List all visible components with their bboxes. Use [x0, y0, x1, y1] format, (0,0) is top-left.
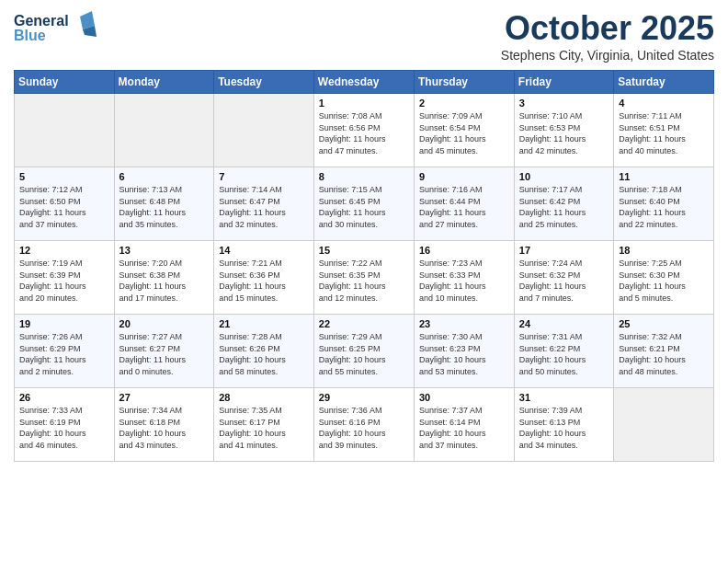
day-number: 27	[119, 392, 210, 403]
calendar-week-row: 1Sunrise: 7:08 AM Sunset: 6:56 PM Daylig…	[15, 94, 714, 167]
calendar-week-row: 5Sunrise: 7:12 AM Sunset: 6:50 PM Daylig…	[15, 167, 714, 241]
calendar-day-cell: 19Sunrise: 7:26 AM Sunset: 6:29 PM Dayli…	[15, 315, 115, 388]
location: Stephens City, Virginia, United States	[501, 48, 714, 63]
calendar-day-cell: 23Sunrise: 7:30 AM Sunset: 6:23 PM Dayli…	[414, 315, 514, 388]
calendar-day-cell: 20Sunrise: 7:27 AM Sunset: 6:27 PM Dayli…	[114, 315, 214, 388]
day-number: 11	[619, 171, 709, 182]
calendar-week-row: 26Sunrise: 7:33 AM Sunset: 6:19 PM Dayli…	[15, 388, 714, 462]
day-number: 24	[519, 318, 609, 329]
day-info: Sunrise: 7:08 AM Sunset: 6:56 PM Dayligh…	[319, 110, 409, 156]
header-saturday: Saturday	[614, 71, 714, 94]
day-info: Sunrise: 7:20 AM Sunset: 6:38 PM Dayligh…	[119, 258, 210, 304]
day-info: Sunrise: 7:29 AM Sunset: 6:25 PM Dayligh…	[319, 331, 409, 377]
calendar-day-cell: 1Sunrise: 7:08 AM Sunset: 6:56 PM Daylig…	[313, 94, 414, 167]
calendar-day-cell: 17Sunrise: 7:24 AM Sunset: 6:32 PM Dayli…	[514, 241, 613, 315]
calendar-header-row: Sunday Monday Tuesday Wednesday Thursday…	[15, 71, 714, 94]
calendar-day-cell: 26Sunrise: 7:33 AM Sunset: 6:19 PM Dayli…	[15, 388, 115, 462]
day-info: Sunrise: 7:26 AM Sunset: 6:29 PM Dayligh…	[19, 331, 109, 377]
day-number: 8	[319, 171, 409, 182]
day-number: 20	[119, 318, 210, 329]
day-info: Sunrise: 7:15 AM Sunset: 6:45 PM Dayligh…	[319, 184, 409, 230]
calendar-day-cell: 31Sunrise: 7:39 AM Sunset: 6:13 PM Dayli…	[514, 388, 613, 462]
day-info: Sunrise: 7:23 AM Sunset: 6:33 PM Dayligh…	[419, 258, 509, 304]
day-info: Sunrise: 7:11 AM Sunset: 6:51 PM Dayligh…	[619, 110, 709, 156]
calendar-day-cell: 30Sunrise: 7:37 AM Sunset: 6:14 PM Dayli…	[414, 388, 514, 462]
day-info: Sunrise: 7:36 AM Sunset: 6:16 PM Dayligh…	[319, 405, 409, 451]
calendar-week-row: 19Sunrise: 7:26 AM Sunset: 6:29 PM Dayli…	[15, 315, 714, 388]
day-number: 3	[519, 98, 609, 109]
calendar-day-cell: 8Sunrise: 7:15 AM Sunset: 6:45 PM Daylig…	[313, 167, 414, 241]
calendar-day-cell: 3Sunrise: 7:10 AM Sunset: 6:53 PM Daylig…	[514, 94, 613, 167]
page-container: General Blue October 2025 Stephens City,…	[0, 0, 728, 471]
calendar-day-cell: 9Sunrise: 7:16 AM Sunset: 6:44 PM Daylig…	[414, 167, 514, 241]
day-number: 23	[419, 318, 509, 329]
logo: General Blue	[14, 9, 97, 46]
calendar-week-row: 12Sunrise: 7:19 AM Sunset: 6:39 PM Dayli…	[15, 241, 714, 315]
day-info: Sunrise: 7:32 AM Sunset: 6:21 PM Dayligh…	[619, 331, 709, 377]
day-info: Sunrise: 7:28 AM Sunset: 6:26 PM Dayligh…	[219, 331, 309, 377]
day-number: 15	[319, 245, 409, 256]
calendar-day-cell: 28Sunrise: 7:35 AM Sunset: 6:17 PM Dayli…	[214, 388, 314, 462]
calendar-day-cell: 5Sunrise: 7:12 AM Sunset: 6:50 PM Daylig…	[15, 167, 115, 241]
calendar-day-cell: 15Sunrise: 7:22 AM Sunset: 6:35 PM Dayli…	[313, 241, 414, 315]
calendar-day-cell: 6Sunrise: 7:13 AM Sunset: 6:48 PM Daylig…	[114, 167, 214, 241]
header: General Blue October 2025 Stephens City,…	[14, 9, 714, 63]
day-info: Sunrise: 7:17 AM Sunset: 6:42 PM Dayligh…	[519, 184, 609, 230]
day-info: Sunrise: 7:14 AM Sunset: 6:47 PM Dayligh…	[219, 184, 309, 230]
calendar-day-cell: 12Sunrise: 7:19 AM Sunset: 6:39 PM Dayli…	[15, 241, 115, 315]
calendar-day-cell	[214, 94, 314, 167]
day-info: Sunrise: 7:22 AM Sunset: 6:35 PM Dayligh…	[319, 258, 409, 304]
header-wednesday: Wednesday	[313, 71, 414, 94]
header-tuesday: Tuesday	[214, 71, 314, 94]
day-number: 2	[419, 98, 509, 109]
day-number: 31	[519, 392, 609, 403]
calendar-day-cell	[114, 94, 214, 167]
calendar-day-cell	[15, 94, 115, 167]
day-number: 18	[619, 245, 709, 256]
day-info: Sunrise: 7:19 AM Sunset: 6:39 PM Dayligh…	[19, 258, 109, 304]
day-info: Sunrise: 7:33 AM Sunset: 6:19 PM Dayligh…	[19, 405, 109, 451]
header-friday: Friday	[514, 71, 613, 94]
day-info: Sunrise: 7:13 AM Sunset: 6:48 PM Dayligh…	[119, 184, 210, 230]
day-number: 30	[419, 392, 509, 403]
logo-icon: General Blue	[14, 9, 97, 46]
calendar-day-cell: 13Sunrise: 7:20 AM Sunset: 6:38 PM Dayli…	[114, 241, 214, 315]
calendar-day-cell: 11Sunrise: 7:18 AM Sunset: 6:40 PM Dayli…	[614, 167, 714, 241]
day-info: Sunrise: 7:09 AM Sunset: 6:54 PM Dayligh…	[419, 110, 509, 156]
day-number: 13	[119, 245, 210, 256]
day-info: Sunrise: 7:12 AM Sunset: 6:50 PM Dayligh…	[19, 184, 109, 230]
calendar-day-cell: 29Sunrise: 7:36 AM Sunset: 6:16 PM Dayli…	[313, 388, 414, 462]
calendar-day-cell: 14Sunrise: 7:21 AM Sunset: 6:36 PM Dayli…	[214, 241, 314, 315]
calendar-day-cell: 24Sunrise: 7:31 AM Sunset: 6:22 PM Dayli…	[514, 315, 613, 388]
header-sunday: Sunday	[15, 71, 115, 94]
day-info: Sunrise: 7:25 AM Sunset: 6:30 PM Dayligh…	[619, 258, 709, 304]
calendar-day-cell: 21Sunrise: 7:28 AM Sunset: 6:26 PM Dayli…	[214, 315, 314, 388]
day-info: Sunrise: 7:16 AM Sunset: 6:44 PM Dayligh…	[419, 184, 509, 230]
day-number: 9	[419, 171, 509, 182]
day-number: 1	[319, 98, 409, 109]
month-title: October 2025	[501, 9, 714, 48]
day-number: 26	[19, 392, 109, 403]
day-info: Sunrise: 7:37 AM Sunset: 6:14 PM Dayligh…	[419, 405, 509, 451]
svg-text:General: General	[14, 13, 69, 29]
day-info: Sunrise: 7:10 AM Sunset: 6:53 PM Dayligh…	[519, 110, 609, 156]
calendar-day-cell: 27Sunrise: 7:34 AM Sunset: 6:18 PM Dayli…	[114, 388, 214, 462]
day-number: 4	[619, 98, 709, 109]
calendar-day-cell: 18Sunrise: 7:25 AM Sunset: 6:30 PM Dayli…	[614, 241, 714, 315]
day-number: 19	[19, 318, 109, 329]
day-number: 16	[419, 245, 509, 256]
day-number: 5	[19, 171, 109, 182]
day-info: Sunrise: 7:39 AM Sunset: 6:13 PM Dayligh…	[519, 405, 609, 451]
calendar-day-cell: 4Sunrise: 7:11 AM Sunset: 6:51 PM Daylig…	[614, 94, 714, 167]
day-info: Sunrise: 7:35 AM Sunset: 6:17 PM Dayligh…	[219, 405, 309, 451]
day-info: Sunrise: 7:24 AM Sunset: 6:32 PM Dayligh…	[519, 258, 609, 304]
calendar-day-cell	[614, 388, 714, 462]
day-number: 25	[619, 318, 709, 329]
day-info: Sunrise: 7:30 AM Sunset: 6:23 PM Dayligh…	[419, 331, 509, 377]
calendar-day-cell: 22Sunrise: 7:29 AM Sunset: 6:25 PM Dayli…	[313, 315, 414, 388]
day-number: 29	[319, 392, 409, 403]
day-number: 21	[219, 318, 309, 329]
title-block: October 2025 Stephens City, Virginia, Un…	[501, 9, 714, 63]
day-info: Sunrise: 7:34 AM Sunset: 6:18 PM Dayligh…	[119, 405, 210, 451]
day-number: 17	[519, 245, 609, 256]
